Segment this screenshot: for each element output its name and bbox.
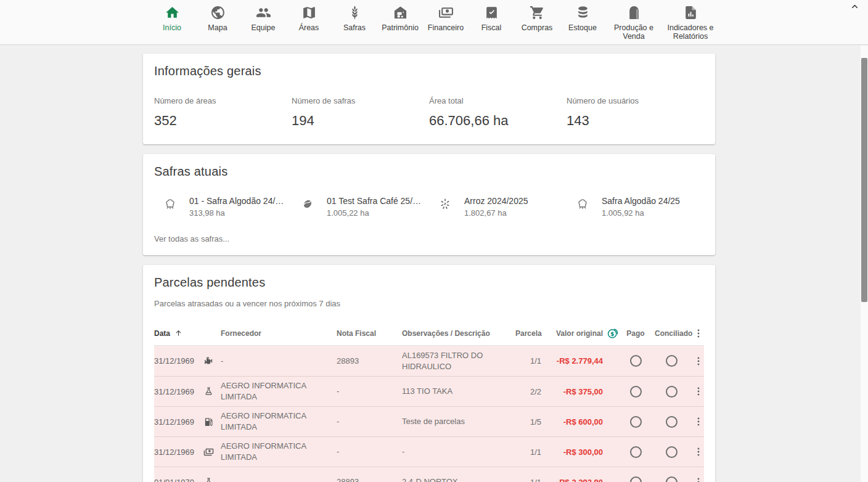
nav-item-wheat[interactable]: Safras [332,5,377,32]
safra-text: Arroz 2024/2025 1.802,67 ha [464,196,528,218]
conciliado-radio[interactable] [666,476,678,482]
nav-item-receipt[interactable]: Fiscal [469,5,514,32]
safra-text: 01 - Safra Algodão 24/… 313,98 ha [189,196,284,218]
pago-radio[interactable] [630,386,642,398]
informacoes-gerais-card: Informações gerais Número de áreas 352 N… [143,54,715,144]
safra-item-cotton[interactable]: 01 - Safra Algodão 24/… 313,98 ha [154,196,292,218]
table-row[interactable]: 31/12/1969 - 28893 AL169573 FILTRO DO HI… [154,346,704,376]
table-body: 31/12/1969 - 28893 AL169573 FILTRO DO HI… [154,346,704,482]
column-header-observacoes[interactable]: Observações / Descrição [402,329,515,338]
safras-atuais-card: Safras atuais 01 - Safra Algodão 24/… 31… [143,154,715,255]
row-menu-kebab-icon[interactable] [693,416,704,427]
nav-item-people[interactable]: Equipe [240,5,286,32]
conciliado-radio[interactable] [666,386,678,398]
column-header-parcela[interactable]: Parcela [515,329,541,338]
top-navigation-bar: Início Mapa Equipe Áreas Safras [0,0,868,45]
stock-icon [575,5,591,20]
safra-text: 01 Test Safra Café 25/… 1.005,22 ha [327,196,421,218]
fuel-icon [203,417,214,427]
pago-radio[interactable] [630,355,642,367]
cotton-icon [576,197,589,211]
globe-icon [210,5,226,20]
row-menu-kebab-icon[interactable] [693,356,704,367]
row-menu-kebab-icon[interactable] [693,386,704,397]
conciliado-radio[interactable] [666,355,678,367]
card-title: Parcelas pendentes [154,276,704,290]
nav-item-map[interactable]: Áreas [286,5,332,32]
safra-text: Safra Algodão 24/25 1.005,92 ha [602,196,680,218]
nav-item-stock[interactable]: Estoque [560,5,605,32]
engine-icon [203,356,214,366]
column-header-fornecedor[interactable]: Fornecedor [221,329,337,338]
sort-ascending-icon [174,329,182,337]
scrollbar-thumb[interactable] [861,58,867,302]
cotton-icon [163,197,177,211]
card-title: Safras atuais [154,165,704,179]
metric-2: Área total 66.706,66 ha [429,96,567,129]
column-header-conciliado[interactable]: Conciliado [655,329,688,338]
pago-radio[interactable] [630,416,642,428]
nav-item-money[interactable]: Financeiro [423,5,469,32]
flask-icon [203,386,214,397]
parcelas-pendentes-card: Parcelas pendentes Parcelas atrasadas ou… [143,265,715,482]
nav-item-globe[interactable]: Mapa [195,5,240,32]
cart-icon [530,5,545,20]
row-menu-kebab-icon[interactable] [693,446,704,457]
column-header-valor-original[interactable]: Valor original $ [541,327,603,340]
table-row[interactable]: 01/01/1970 - 28893 2,4-D NORTOX 1/1 -R$ … [154,467,704,482]
metric-3: Número de usuários 143 [567,96,704,129]
people-icon [256,5,271,20]
metric-0: Número de áreas 352 [154,96,292,129]
pago-radio[interactable] [630,446,642,458]
nav-item-report[interactable]: Indicadores e Relatórios [662,5,719,41]
table-menu-kebab-icon[interactable] [693,328,704,339]
nav-item-home[interactable]: Início [149,5,195,32]
money-icon [438,5,454,20]
silo-icon [626,5,642,20]
conciliado-radio[interactable] [666,446,678,458]
table-row[interactable]: 31/12/1969 AEGRO INFORMATICA LIMITADA - … [154,406,704,436]
table-row[interactable]: 31/12/1969 AEGRO INFORMATICA LIMITADA - … [154,436,704,467]
chevron-up-icon[interactable] [850,2,859,11]
flask-icon [203,477,214,482]
metric-1: Número de safras 194 [292,96,429,129]
column-header-nota-fiscal[interactable]: Nota Fiscal [337,329,402,338]
row-menu-kebab-icon[interactable] [693,476,704,482]
main-content: Informações gerais Número de áreas 352 N… [0,45,868,482]
nav-item-barn[interactable]: Patrimônio [377,5,423,32]
table-row[interactable]: 31/12/1969 AEGRO INFORMATICA LIMITADA - … [154,376,704,406]
coffee-icon [301,197,314,211]
money-icon [203,447,214,457]
nav-item-silo[interactable]: Produção e Venda [605,5,662,41]
rice-icon [438,197,452,211]
metrics-row: Número de áreas 352 Número de safras 194… [154,96,704,129]
wheat-icon [347,5,362,20]
map-icon [301,5,317,20]
barn-icon [393,5,408,20]
safra-item-coffee[interactable]: 01 Test Safra Café 25/… 1.005,22 ha [292,196,429,218]
column-header-pago[interactable]: Pago [616,329,655,338]
safra-item-rice[interactable]: Arroz 2024/2025 1.802,67 ha [429,196,567,218]
vertical-scrollbar[interactable] [861,46,868,482]
receipt-icon [484,5,499,20]
column-header-data[interactable]: Data [154,329,203,338]
home-icon [165,5,180,20]
ver-todas-safras-link[interactable]: Ver todas as safras... [154,234,229,243]
safras-row: 01 - Safra Algodão 24/… 313,98 ha 01 Tes… [154,196,704,218]
svg-text:$: $ [610,330,614,337]
safra-item-cotton[interactable]: Safra Algodão 24/25 1.005,92 ha [567,196,704,218]
conciliado-radio[interactable] [666,416,678,428]
nav-item-cart[interactable]: Compras [514,5,560,32]
card-title: Informações gerais [154,64,704,78]
table-header: Data Fornecedor Nota Fiscal Observações … [154,327,704,346]
card-subtitle: Parcelas atrasadas ou a vencer nos próxi… [154,299,704,308]
report-icon [683,5,698,20]
pago-radio[interactable] [630,476,642,482]
nav-items: Início Mapa Equipe Áreas Safras [0,0,868,41]
